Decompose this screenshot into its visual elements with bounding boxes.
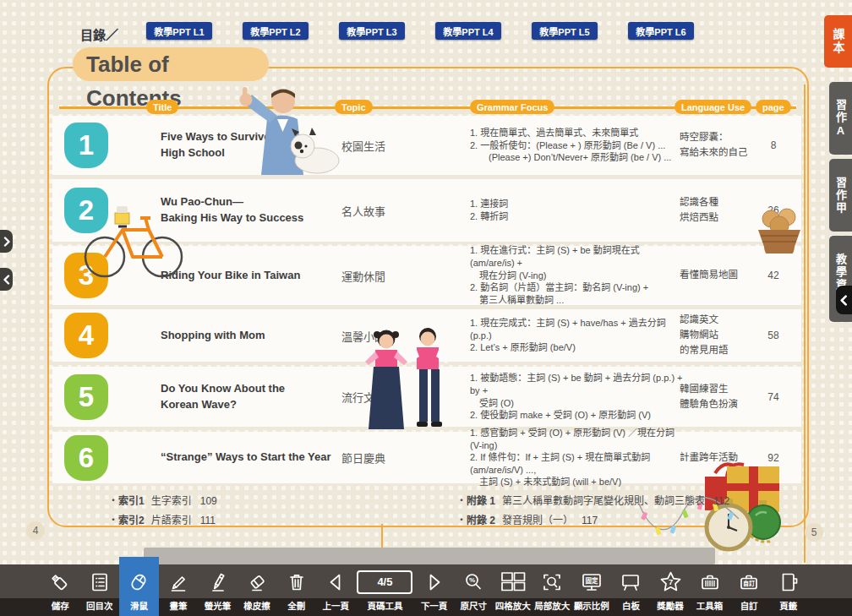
partial-zoom-icon: [541, 564, 563, 599]
tool-next-page[interactable]: 下一頁: [414, 564, 454, 616]
whiteboard-icon: [620, 564, 642, 599]
unit-topic: 校園生活: [341, 116, 426, 175]
tool-back-to-toc[interactable]: 回目次: [80, 564, 120, 616]
korean-couple-photo: [363, 328, 452, 433]
appendix-item-2: ・ 附錄 2 發音規則（一） 117: [456, 512, 598, 526]
tab-workbook-jia[interactable]: 習作甲: [829, 159, 852, 232]
tool-whiteboard[interactable]: 白板: [611, 564, 651, 616]
index-name: 生字索引: [151, 493, 192, 507]
unit-number-badge: 6: [64, 435, 108, 481]
chevron-left-icon: [840, 295, 848, 306]
star-icon: 7: [659, 564, 682, 599]
page-title: Table of Contents: [73, 47, 269, 81]
tool-page-tabs[interactable]: 頁籤: [768, 564, 808, 616]
tool-custom[interactable]: 自訂 自訂: [729, 564, 769, 616]
chevron-left-icon: [3, 275, 10, 285]
prev-triangle-icon: [325, 564, 347, 599]
appendix-name: 發音規則（一）: [502, 512, 573, 526]
section-label: 目錄／: [80, 25, 118, 43]
bullet: ・: [456, 512, 467, 526]
tool-reward[interactable]: 7 獎勵器: [651, 564, 691, 616]
magnifier-percent-icon: %: [462, 564, 484, 599]
unit-topic: 運動休閒: [341, 246, 426, 305]
tool-mouse[interactable]: 滑鼠: [119, 564, 159, 616]
ppt-button-l6[interactable]: 教學PPT L6: [628, 22, 694, 40]
unit-page: 74: [754, 367, 793, 427]
index-page: 109: [200, 495, 217, 507]
appendix-label: 附錄 1: [467, 493, 495, 507]
index-name: 片語索引: [151, 512, 192, 526]
unit-grammar: 1. 感官動詞 + 受詞 (O) + 原形動詞 (V) ／現在分詞 (V-ing…: [470, 432, 685, 483]
tool-save[interactable]: 儲存: [41, 564, 80, 616]
toolbox-icon: [699, 564, 721, 599]
next-triangle-icon: [423, 564, 445, 599]
mouse-icon: [128, 564, 150, 599]
ppt-button-l5[interactable]: 教學PPT L5: [532, 22, 598, 40]
unit-title: Wu Pao-Chun— Baking His Way to Success: [161, 179, 336, 242]
ppt-button-l2[interactable]: 教學PPT L2: [243, 22, 309, 40]
monitor-icon: 固定: [581, 564, 603, 599]
left-panel-collapse-tab[interactable]: [0, 268, 13, 291]
appendix-page: 112: [713, 495, 729, 507]
tool-toolbox[interactable]: 工具箱: [690, 564, 729, 616]
bread-basket-photo: [754, 204, 805, 253]
eraser-icon: [246, 564, 268, 599]
left-panel-expand-tab[interactable]: [0, 230, 13, 253]
right-panel-collapse-tab[interactable]: [836, 286, 852, 314]
highlighter-icon: [207, 564, 229, 599]
unit-grammar: 1. 連接詞 2. 轉折詞: [470, 179, 685, 242]
ebook-viewer: 目錄／ 教學PPT L1 教學PPT L2 教學PPT L3 教學PPT L4 …: [0, 0, 852, 616]
appendix-name: 第三人稱單數動詞字尾變化規則、動詞三態表: [502, 493, 705, 507]
index-label: 索引2: [118, 512, 145, 526]
index-label: 索引1: [118, 493, 145, 507]
index-item-1: ・ 索引1 生字索引 109: [108, 493, 217, 507]
ppt-button-l4[interactable]: 教學PPT L4: [435, 22, 501, 40]
tool-display-ratio[interactable]: 固定 顯示比例: [572, 564, 612, 616]
unit-page: 8: [754, 116, 793, 175]
unit-grammar: 1. 現在簡單式、過去簡單式、未來簡單式 2. 一般祈使句：(Please + …: [470, 116, 685, 175]
unit-language-use: 時空膠囊： 寫給未來的自己: [680, 116, 761, 175]
unit-topic: 名人故事: [341, 179, 426, 242]
tool-original-size[interactable]: % 原尺寸: [454, 564, 494, 616]
appendix-page: 117: [582, 515, 598, 526]
unit-number-badge: 5: [64, 374, 108, 420]
tool-highlighter[interactable]: 螢光筆: [198, 564, 238, 616]
tab-workbook-a[interactable]: 習作A: [829, 82, 852, 155]
tab-textbook[interactable]: 課本: [824, 15, 852, 68]
unit-grammar: 1. 被動語態：主詞 (S) + be 動詞 + 過去分詞 (p.p.) + b…: [470, 367, 685, 427]
trash-icon: [286, 564, 308, 599]
bullet: ・: [456, 493, 467, 507]
unit-grammar: 1. 現在完成式：主詞 (S) + have/has + 過去分詞 (p.p.)…: [470, 309, 685, 362]
student-with-dog-photo: [218, 85, 343, 175]
ppt-button-l1[interactable]: 教學PPT L1: [146, 22, 212, 40]
page-indicator-box[interactable]: 4/5: [357, 570, 412, 594]
column-header-language: Language Use: [674, 100, 751, 114]
unit-title: “Strange” Ways to Start the Year: [161, 432, 336, 483]
tool-four-grid-zoom[interactable]: 四格放大: [493, 564, 532, 616]
column-header-page: page: [756, 100, 791, 114]
tool-page-number[interactable]: 4/5 頁碼工具: [356, 564, 415, 616]
bullet: ・: [108, 493, 118, 507]
custom-toolbox-icon: 自訂: [738, 564, 760, 599]
page-scroll-bar[interactable]: [144, 548, 715, 564]
column-header-grammar: Grammar Focus: [470, 100, 554, 114]
book-page-number-right: 5: [805, 523, 823, 542]
unit-language-use: 認識英文 購物網站 的常見用語: [680, 309, 761, 362]
tool-eraser[interactable]: 橡皮擦: [238, 564, 277, 616]
ppt-button-l3[interactable]: 教學PPT L3: [339, 22, 405, 40]
tool-prev-page[interactable]: 上一頁: [316, 564, 356, 616]
unit-number-badge: 4: [64, 313, 108, 358]
tool-partial-zoom[interactable]: 局部放大: [532, 564, 572, 616]
unit-language-use: 韓國練習生 體驗角色扮演: [680, 367, 761, 427]
tool-delete-all[interactable]: 全刪: [276, 564, 316, 616]
unit-title: Do You Know About the Korean Wave?: [161, 367, 336, 427]
column-header-title: Title: [146, 100, 178, 114]
unit-number-badge: 1: [64, 123, 108, 168]
unit-page: 58: [754, 309, 793, 362]
unit-title: Riding Your Bike in Taiwan: [161, 246, 336, 305]
chevron-right-icon: [3, 237, 10, 247]
tool-pen[interactable]: 畫筆: [159, 564, 199, 616]
index-item-2: ・ 索引2 片語索引 111: [108, 512, 216, 526]
index-page: 111: [200, 515, 216, 526]
toc-row-6: 6 “Strange” Ways to Start the Year 節日慶典 …: [52, 432, 801, 483]
